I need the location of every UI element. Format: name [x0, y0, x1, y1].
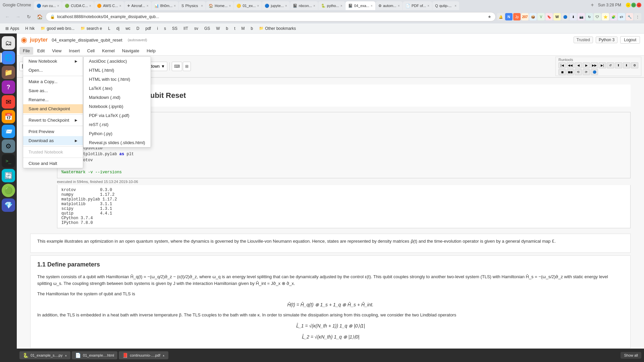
ext-bookmark2[interactable]: 🔖	[545, 13, 553, 20]
bookmark-M[interactable]: M	[239, 25, 248, 32]
bookmark-other[interactable]: 📁 Other bookmarks	[256, 25, 299, 32]
ext-shield[interactable]: 🛡	[594, 13, 601, 20]
keyboard-shortcuts-button[interactable]: ⌨	[172, 62, 182, 71]
ext-207[interactable]: 207	[521, 13, 529, 20]
tab-close[interactable]: ×	[229, 4, 231, 8]
chrome-tab-tab5[interactable]: 📊8h0m...×	[152, 1, 179, 10]
chrome-tab-tab13[interactable]: ⚙autom...×	[376, 1, 402, 10]
dock-files[interactable]: 🗂	[2, 36, 15, 50]
bookmark-b2[interactable]: b	[248, 25, 256, 32]
dl-pdf[interactable]: PDF via LaTeX (.pdf)	[84, 111, 151, 120]
logout-button[interactable]: Logout	[620, 36, 640, 44]
bookmark-sv[interactable]: sv	[192, 25, 201, 32]
dock-browser[interactable]: 🌐	[2, 51, 15, 64]
dock-settings[interactable]: ⚙	[2, 139, 15, 153]
rt-btn5[interactable]: ▶▶	[591, 62, 598, 68]
menu-copy[interactable]: Make a Copy...	[23, 77, 83, 86]
dl-html-toc[interactable]: HTML with toc (.html)	[84, 75, 151, 84]
rt-btn15[interactable]: 🔵	[591, 69, 598, 75]
dock-system[interactable]: 💎	[2, 198, 15, 212]
menu-new-notebook[interactable]: New Notebook ▶	[23, 57, 83, 66]
tab-close[interactable]: ×	[147, 4, 149, 8]
chrome-tab-tab12[interactable]: 📓04_exa...×	[345, 1, 375, 10]
ext-camera[interactable]: 📷	[578, 13, 585, 20]
dl-latex[interactable]: LaTeX (.tex)	[84, 84, 151, 93]
menu-save-as[interactable]: Save as...	[23, 86, 83, 95]
minimize-button[interactable]: −	[626, 3, 631, 7]
menu-file[interactable]: File	[19, 47, 33, 55]
tab-close[interactable]: ×	[340, 4, 342, 8]
dl-reveal[interactable]: Reveal.js slides (.slides.html)	[84, 138, 151, 147]
ext-green[interactable]: V	[537, 13, 545, 20]
dl-asciidoc[interactable]: AsciiDoc (.asciidoc)	[84, 57, 151, 66]
show-all-button[interactable]: Show all	[621, 352, 641, 359]
tab-close[interactable]: ×	[313, 4, 315, 8]
chrome-tab-tab9[interactable]: 🔵jupyte...×	[262, 1, 289, 10]
tab-close[interactable]: ×	[427, 4, 429, 8]
bookmark-D[interactable]: D	[134, 25, 142, 32]
dl-rst[interactable]: reST (.rst)	[84, 120, 151, 129]
tab-close[interactable]: ×	[398, 4, 400, 8]
taskbar-item-1[interactable]: 🐍 01_example_s....py ▲	[19, 351, 70, 359]
forward-button[interactable]: →	[13, 12, 23, 21]
tab-close[interactable]: ×	[285, 4, 287, 8]
bookmark-IIT[interactable]: IIT	[181, 25, 191, 32]
bookmark-b[interactable]: b	[223, 25, 231, 32]
dock-refresh[interactable]: 🔄	[2, 169, 15, 182]
chrome-tab-tab2[interactable]: 🟢CUDA C...×	[62, 1, 94, 10]
ext-tool[interactable]: 🔧	[626, 13, 633, 20]
menu-revert[interactable]: Revert to Checkpoint ▶	[23, 116, 83, 125]
chrome-tab-tab3[interactable]: 🟠AWS C...×	[94, 1, 124, 10]
ext-down[interactable]: ⬇	[570, 13, 577, 20]
dock-help[interactable]: ?	[2, 80, 15, 94]
maximize-button[interactable]: □	[631, 3, 636, 7]
ext-n[interactable]: N	[505, 13, 513, 20]
chrome-tab-tab1[interactable]: 🔵run cu...×	[34, 1, 62, 10]
menu-save-checkpoint[interactable]: Save and Checkpoint	[23, 104, 83, 113]
bookmark-pdf[interactable]: pdf	[143, 25, 154, 32]
bookmark-t[interactable]: t	[231, 25, 238, 32]
ext-jupyter[interactable]: Jp	[513, 13, 521, 20]
chrome-tab-tab4[interactable]: ✈Aircraf...×	[124, 1, 151, 10]
dock-app11[interactable]: 🟢	[2, 184, 15, 197]
home-button[interactable]: 🏠	[35, 12, 44, 21]
ext-box[interactable]: 📦	[529, 13, 537, 20]
rt-btn9[interactable]: ⬇	[623, 62, 630, 68]
tab-close[interactable]: ×	[371, 4, 373, 8]
rt-btn10[interactable]: ⚙	[631, 62, 638, 68]
reload-button[interactable]: ↻	[24, 12, 34, 21]
chrome-tab-tab15[interactable]: Qqutip-...×	[432, 1, 459, 10]
bookmark-apps[interactable]: ⊞ Apps	[3, 25, 22, 32]
tab-close[interactable]: ×	[119, 4, 121, 8]
bookmark-goodweb[interactable]: 📁 good web bro...	[38, 25, 77, 32]
dl-html[interactable]: HTML (.html)	[84, 66, 151, 75]
menu-help[interactable]: Help	[143, 47, 159, 55]
tab-close[interactable]: ×	[57, 4, 59, 8]
tab-close[interactable]: ×	[454, 4, 457, 8]
bookmark-search[interactable]: 📁 search e	[78, 25, 105, 32]
chrome-tab-tab8[interactable]: 🟡01_ex...×	[234, 1, 262, 10]
tab-close[interactable]: ×	[89, 4, 91, 8]
chrome-tab-tab7[interactable]: 🏠Home...×	[206, 1, 233, 10]
close-button[interactable]: ×	[637, 3, 641, 7]
bookmark-wc[interactable]: wc	[123, 25, 133, 32]
taskbar-item-3[interactable]: 📕 continuumio-....pdf ▲	[119, 351, 168, 359]
bookmark-s[interactable]: s	[161, 25, 169, 32]
menu-insert[interactable]: Insert	[65, 47, 83, 55]
menu-cell[interactable]: Cell	[84, 47, 98, 55]
rt-btn12[interactable]: ◼◼	[567, 69, 574, 75]
bookmark-dj[interactable]: dj	[114, 25, 122, 32]
taskbar-item-2[interactable]: 📄 01_example....html	[72, 351, 117, 359]
notebook-name[interactable]: 04_example_dissipative_qubit_reset	[52, 38, 122, 43]
menu-view[interactable]: View	[49, 47, 65, 55]
rt-btn4[interactable]: ▶	[583, 62, 590, 68]
tab-close[interactable]: ×	[201, 4, 203, 8]
chrome-tab-tab10[interactable]: 📓nbcon...×	[290, 1, 318, 10]
back-button[interactable]: ←	[3, 12, 12, 21]
menu-kernel[interactable]: Kernel	[99, 47, 118, 55]
rt-btn2[interactable]: ◀◀	[567, 62, 574, 68]
bookmark-SS[interactable]: SS	[169, 25, 180, 32]
dl-python[interactable]: Python (.py)	[84, 129, 151, 138]
rt-btn14[interactable]: ⟳	[583, 69, 590, 75]
bookmark-i[interactable]: i	[154, 25, 161, 32]
